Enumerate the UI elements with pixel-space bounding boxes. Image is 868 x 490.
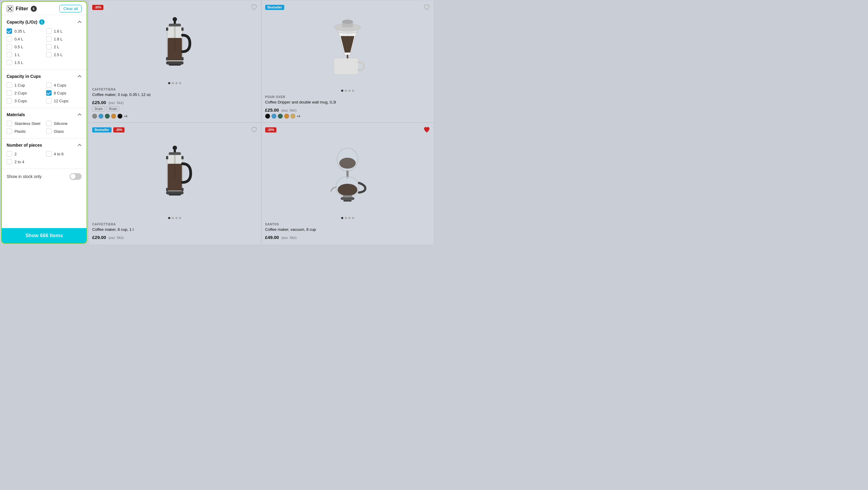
checkbox-4to6-box[interactable] [46, 151, 52, 156]
svg-point-23 [173, 146, 177, 150]
capacity-loz-title: Capacity (L/Oz) [7, 20, 37, 24]
checkbox-05l[interactable]: 0.5 L [7, 44, 42, 50]
checkbox-1l-box[interactable] [7, 52, 12, 57]
dot [348, 90, 350, 92]
checkbox-12cups[interactable]: 12 Cups [46, 98, 82, 104]
checkbox-8cups[interactable]: 8 Cups [46, 90, 82, 96]
dot-active [168, 82, 170, 84]
size-tag-3cups[interactable]: 3cups [92, 106, 105, 111]
checkbox-035l-label: 0.35 L [14, 29, 25, 33]
materials-header[interactable]: Materials [7, 112, 82, 117]
checkbox-12cups-box[interactable] [46, 98, 52, 104]
card3-wishlist-button[interactable] [251, 126, 257, 133]
checkbox-plastic[interactable]: Plastic [7, 128, 42, 134]
svg-rect-7 [167, 38, 182, 60]
capacity-loz-title-group: Capacity (L/Oz) 1 [7, 19, 44, 25]
checkbox-05l-box[interactable] [7, 44, 12, 50]
card2-image [265, 12, 430, 87]
checkbox-4to6[interactable]: 4 to 6 [46, 151, 82, 156]
checkbox-2cups-box[interactable] [7, 90, 12, 96]
checkbox-1cup[interactable]: 1 Cup [7, 82, 42, 88]
checkbox-25l-label: 2.5 L [54, 53, 63, 57]
svg-rect-42 [343, 195, 352, 197]
card2-info: POUR OVER Coffee Dripper and double wall… [265, 93, 430, 119]
swatch-gray[interactable] [92, 114, 97, 119]
checkbox-16l-box[interactable] [46, 28, 52, 34]
checkbox-25l[interactable]: 2.5 L [46, 52, 82, 57]
checkbox-glass-label: Glass [54, 129, 64, 134]
swatch-tan[interactable] [290, 114, 296, 119]
card4-wishlist-button[interactable] [424, 126, 430, 133]
checkbox-4cups-box[interactable] [46, 82, 52, 88]
card4-category: SANTOS [265, 223, 430, 226]
checkbox-silicone[interactable]: Silicone [46, 121, 82, 126]
checkbox-16l[interactable]: 1.6 L [46, 28, 82, 34]
checkbox-3cups[interactable]: 3 Cups [7, 98, 42, 104]
checkbox-8cups-box[interactable] [46, 90, 52, 96]
checkbox-stainless-box[interactable] [7, 121, 12, 126]
checkbox-stainless[interactable]: Stainless Steel [7, 121, 42, 126]
checkbox-1cup-box[interactable] [7, 82, 12, 88]
clear-all-button[interactable]: Clear all [59, 5, 82, 12]
checkbox-04l[interactable]: 0.4 L [7, 36, 42, 41]
checkbox-2pieces[interactable]: 2 [7, 151, 42, 156]
num-pieces-options: 2 4 to 6 2 to 4 [7, 151, 82, 165]
swatch-blue[interactable] [98, 114, 103, 119]
num-pieces-title: Number of pieces [7, 143, 42, 148]
close-filter-button[interactable] [7, 5, 13, 12]
card1-tax: (incl. TAX) [108, 101, 124, 105]
swatch-black[interactable] [265, 114, 270, 119]
card1-wishlist-button[interactable] [251, 4, 257, 10]
checkbox-silicone-box[interactable] [46, 121, 52, 126]
swatch-brown[interactable] [111, 114, 116, 119]
card4-image [265, 135, 430, 214]
capacity-cups-options: 1 Cup 4 Cups 2 Cups 8 Cups 3 Cups [7, 82, 82, 104]
checkbox-plastic-box[interactable] [7, 128, 12, 134]
show-in-stock-label: Show in stock only [7, 174, 41, 179]
checkbox-035l[interactable]: 0.35 L [7, 28, 42, 34]
card2-dots [265, 90, 430, 92]
checkbox-2to4[interactable]: 2 to 4 [7, 159, 42, 165]
checkbox-4cups[interactable]: 4 Cups [46, 82, 82, 88]
size-tag-8cups[interactable]: 8cups [107, 106, 120, 111]
checkbox-15l-box[interactable] [7, 60, 12, 65]
swatch-blue[interactable] [272, 114, 276, 119]
card2-category: POUR OVER [265, 95, 430, 99]
show-items-button[interactable]: Show 666 Items [2, 228, 87, 243]
checkbox-2l[interactable]: 2 L [46, 44, 82, 50]
card3-name: Coffee maker, 8 cup, 1 l [92, 227, 257, 232]
capacity-cups-header[interactable]: Capacity in Cups [7, 74, 82, 79]
checkbox-15l-label: 1.5 L [14, 60, 23, 65]
checkbox-25l-box[interactable] [46, 52, 52, 57]
card3-dots [92, 217, 257, 219]
dot [179, 217, 181, 219]
swatch-black[interactable] [118, 114, 122, 119]
checkbox-04l-box[interactable] [7, 36, 12, 41]
checkbox-glass-box[interactable] [46, 128, 52, 134]
product-card-4: -30% [261, 122, 434, 245]
checkbox-3cups-box[interactable] [7, 98, 12, 104]
checkbox-18l-box[interactable] [46, 36, 52, 41]
checkbox-2cups[interactable]: 2 Cups [7, 90, 42, 96]
show-in-stock-toggle[interactable] [70, 173, 82, 180]
checkbox-1l[interactable]: 1 L [7, 52, 42, 57]
checkbox-glass[interactable]: Glass [46, 128, 82, 134]
swatch-teal[interactable] [278, 114, 283, 119]
checkbox-8cups-label: 8 Cups [54, 91, 66, 95]
num-pieces-header[interactable]: Number of pieces [7, 143, 82, 148]
card2-product-image [323, 20, 372, 80]
dot-active [341, 217, 343, 219]
checkbox-2pieces-box[interactable] [7, 151, 12, 156]
swatch-teal[interactable] [105, 114, 110, 119]
checkbox-15l[interactable]: 1.5 L [7, 60, 42, 65]
swatch-amber[interactable] [284, 114, 289, 119]
capacity-loz-header[interactable]: Capacity (L/Oz) 1 [7, 19, 82, 25]
num-pieces-chevron [78, 143, 82, 147]
num-pieces-title-group: Number of pieces [7, 143, 42, 148]
checkbox-2l-box[interactable] [46, 44, 52, 50]
checkbox-silicone-label: Silicone [54, 121, 68, 126]
checkbox-035l-box[interactable] [7, 28, 12, 34]
checkbox-18l[interactable]: 1.8 L [46, 36, 82, 41]
card2-wishlist-button[interactable] [424, 4, 430, 10]
checkbox-2to4-box[interactable] [7, 159, 12, 165]
